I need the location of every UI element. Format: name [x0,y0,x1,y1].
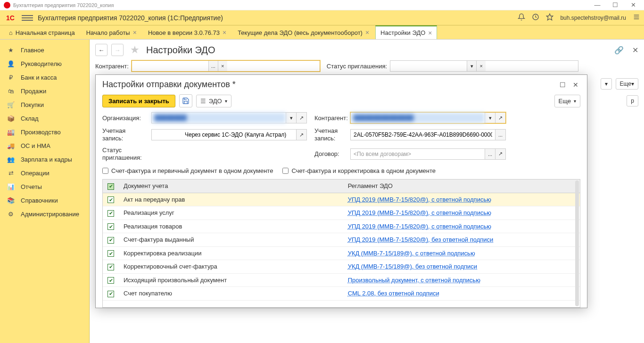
org-open-button[interactable]: ↗ [296,113,306,123]
row-checkbox[interactable]: ✔ [103,233,119,247]
row-regulation-link[interactable]: УПД 2019 (ММВ-7-15/820@), с ответной под… [348,223,491,230]
row-checkbox[interactable]: ✔ [103,287,119,301]
filter-status-input[interactable]: ▾ × [390,60,578,72]
behind-more-button-1[interactable]: ▾ [601,78,612,90]
col-regulation[interactable]: Регламент ЭДО [343,180,580,193]
sidebar-item[interactable]: ⇄Операции [0,166,89,180]
row-regulation-link[interactable]: УКД (ММВ-7-15/189@), с ответной подписью [348,250,475,257]
dialog-more-button[interactable]: Еще ▾ [554,95,580,107]
tab-close-icon[interactable]: × [133,29,137,36]
row-checkbox[interactable]: ✔ [103,220,119,233]
chk-combine-invoice[interactable]: Счет-фактура и первичный документ в одно… [102,167,273,174]
account-open-button[interactable]: ↗ [296,130,306,140]
table-row[interactable]: ✔Счет-фактура выданныйУПД 2019 (ММВ-7-15… [103,233,580,247]
contract-select-button[interactable]: ... [485,149,495,159]
status-clear-button[interactable]: × [476,61,486,71]
star-icon[interactable] [546,13,553,22]
close-button[interactable]: ✕ [626,1,640,9]
sidebar-item[interactable]: 🛍Продажи [0,84,89,98]
table-row[interactable]: ✔Счет покупателюCML 2.08, без ответной п… [103,287,580,301]
sidebar-item[interactable]: ₽Банк и касса [0,71,89,84]
table-row[interactable]: ✔Реализация товаровУПД 2019 (ММВ-7-15/82… [103,220,580,233]
status-dropdown-button[interactable]: ▾ [467,61,476,71]
filter-status-label: Статус приглашения: [327,63,387,70]
account2-select-button[interactable]: ... [495,130,505,140]
link-icon[interactable]: 🔗 [614,46,624,55]
behind-btn-r[interactable]: р [627,95,638,106]
maximize-button[interactable]: ☐ [608,1,622,9]
row-regulation-link[interactable]: УПД 2019 (ММВ-7-15/820@), с ответной под… [348,196,491,203]
contract-input[interactable]: ... ↗ [350,148,506,160]
nav-back-button[interactable]: ← [95,44,107,56]
row-checkbox[interactable]: ✔ [103,246,119,260]
table-row[interactable]: ✔Корректировка реализацииУКД (ММВ-7-15/1… [103,246,580,260]
col-check-all[interactable]: ✔ [103,180,119,193]
table-row[interactable]: ✔Акт на передачу правУПД 2019 (ММВ-7-15/… [103,193,580,206]
counterparty-open-button[interactable]: ↗ [495,113,505,123]
dialog-maximize-button[interactable]: ☐ [558,80,567,90]
account2-input[interactable]: ... [350,129,506,140]
counterparty-dd-button[interactable]: ▾ [485,113,495,123]
tab-item[interactable]: Начало работы× [81,25,142,39]
row-regulation-link[interactable]: Произвольный документ, с ответной подпис… [348,277,480,284]
bell-icon[interactable] [518,13,525,22]
counterparty-input[interactable]: ▾ ↗ [350,112,506,123]
dialog-close-button[interactable]: ✕ [571,80,580,90]
counterparty-clear-button[interactable]: × [218,61,227,71]
sidebar-icon: 🚚 [7,142,15,149]
behind-more-button-2[interactable]: Еще ▾ [616,78,638,90]
row-regulation-link[interactable]: УКД (ММВ-7-15/189@), без ответной подпис… [348,263,477,270]
sidebar-icon: 📚 [7,197,15,204]
row-checkbox[interactable]: ✔ [103,206,119,220]
table-row[interactable]: ✔Реализация услугУПД 2019 (ММВ-7-15/820@… [103,206,580,220]
row-regulation-link[interactable]: CML 2.08, без ответной подписи [348,290,439,297]
save-close-button[interactable]: Записать и закрыть [102,95,175,107]
edo-dropdown[interactable]: ☰ ЭДО ▾ [196,95,231,107]
sidebar-label: Главное [21,47,44,54]
close-page-button[interactable]: ✕ [632,46,638,55]
panel-settings-icon[interactable] [633,13,640,22]
chk-combine-correction[interactable]: Счет-фактура и корректировка в одном док… [282,167,436,174]
tab-item[interactable]: Новое в версии 3.0.76.73× [143,25,231,39]
col-document[interactable]: Документ учета [119,180,343,193]
minimize-button[interactable]: — [590,1,604,9]
save-button[interactable] [179,94,192,107]
tab-close-icon[interactable]: × [223,29,226,36]
sidebar-item[interactable]: 🚚ОС и НМА [0,139,89,153]
table-row[interactable]: ✔Корректировочный счет-фактураУКД (ММВ-7… [103,260,580,274]
row-regulation-link[interactable]: УПД 2019 (ММВ-7-15/820@), с ответной под… [348,209,491,216]
sidebar-item[interactable]: 🛒Покупки [0,98,89,112]
sidebar-item[interactable]: 👥Зарплата и кадры [0,153,89,166]
sidebar-item[interactable]: 📊Отчеты [0,180,89,194]
sidebar-item[interactable]: ★Главное [0,43,89,57]
filter-counterparty-input[interactable]: ... × [132,60,320,72]
sidebar-item[interactable]: 📦Склад [0,112,89,125]
org-input[interactable]: ▾ ↗ [151,112,307,123]
main-menu-button[interactable] [22,12,33,24]
contract-open-button[interactable]: ↗ [495,149,505,159]
nav-forward-button[interactable]: → [111,44,124,56]
sidebar-item[interactable]: 👤Руководителю [0,57,89,71]
org-dropdown-button[interactable]: ▾ [286,113,296,123]
counterparty-select-button[interactable]: ... [208,61,218,71]
sidebar-label: Склад [21,115,39,122]
account-input[interactable]: ↗ [151,129,307,140]
favorite-star-icon[interactable]: ★ [130,44,140,56]
row-checkbox[interactable]: ✔ [103,273,119,287]
tab-close-icon[interactable]: × [365,29,369,36]
sidebar-item[interactable]: ⚙Администрирование [0,207,89,221]
history-icon[interactable] [532,13,539,22]
row-regulation-link[interactable]: УПД 2019 (ММВ-7-15/820@), без ответной п… [348,236,494,243]
tab-item[interactable]: ⌂Начальная страница [4,25,80,39]
tab-item[interactable]: Текущие дела ЭДО (весь документооборот)× [232,25,374,39]
tab-item[interactable]: Настройки ЭДО× [375,25,437,39]
table-row[interactable]: ✔Исходящий произвольный документПроизвол… [103,273,580,287]
row-checkbox[interactable]: ✔ [103,260,119,274]
row-document: Корректировка реализации [119,246,343,260]
sidebar-item[interactable]: 📚Справочники [0,194,89,207]
tab-close-icon[interactable]: × [428,29,432,37]
row-checkbox[interactable]: ✔ [103,193,119,206]
sidebar-item[interactable]: 🏭Производство [0,125,89,139]
sidebar-icon: 👤 [7,60,15,67]
user-email[interactable]: buh.spectehstroy@mail.ru [560,15,626,21]
